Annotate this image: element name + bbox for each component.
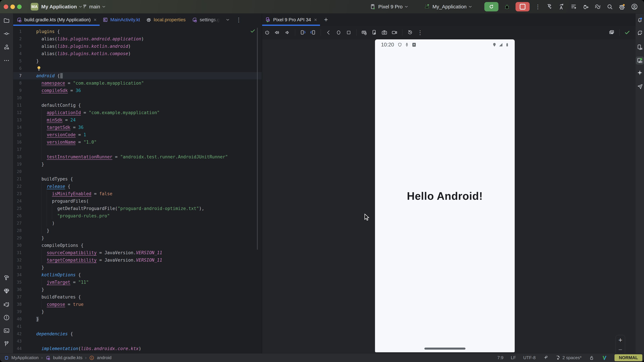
- code-line: 28 }: [13, 227, 262, 234]
- macos-fullscreen-button[interactable]: [17, 4, 22, 9]
- tab-local-properties[interactable]: local.properties: [143, 13, 189, 26]
- commit-tool-button[interactable]: [2, 30, 10, 38]
- volume-up-button[interactable]: [272, 30, 282, 35]
- project-selector[interactable]: My Application: [41, 0, 82, 13]
- macos-close-button[interactable]: [4, 4, 8, 9]
- line-number: 23: [13, 190, 22, 197]
- vim-mode-badge[interactable]: NORMAL: [614, 354, 642, 361]
- unlock-icon[interactable]: [589, 355, 594, 360]
- tab-pixel-9-pro[interactable]: Pixel 9 Pro API 34 ×: [262, 13, 320, 26]
- inspections-ok-icon[interactable]: [250, 28, 256, 34]
- more-actions-menu[interactable]: ⋮: [535, 4, 541, 9]
- line-number: 31: [13, 249, 22, 256]
- properties-gear-icon: [146, 17, 152, 22]
- gradle-tool-button[interactable]: [636, 29, 644, 37]
- rotate-right-button[interactable]: [308, 29, 318, 35]
- emulator-screen[interactable]: 10:20 A Hello Android!: [375, 39, 515, 352]
- tab-options-menu[interactable]: ⋮: [236, 17, 242, 23]
- device-manager-lines-icon[interactable]: [570, 3, 577, 10]
- indent-widget[interactable]: 2 spaces*: [556, 355, 582, 360]
- code-line: 8 namespace = "com.example.myapplication…: [13, 79, 262, 87]
- emulator-more-menu[interactable]: ⋮: [415, 30, 425, 35]
- home-button[interactable]: [334, 30, 344, 35]
- back-button[interactable]: [324, 30, 334, 35]
- intention-bulb-icon[interactable]: [37, 66, 41, 71]
- line-number: 14: [13, 124, 22, 131]
- breadcrumb-project[interactable]: MyApplication: [12, 355, 38, 360]
- problems-tool-button[interactable]: [2, 314, 10, 322]
- code-line: 5}: [13, 57, 262, 65]
- screenshot-inspect-button[interactable]: [606, 29, 617, 35]
- gesture-navigation-bar[interactable]: [424, 348, 466, 350]
- line-number: 17: [13, 146, 22, 153]
- running-devices-tab-bar: Pixel 9 Pro API 34 × +: [262, 13, 636, 26]
- breadcrumb-symbol[interactable]: android: [97, 355, 112, 360]
- gem-icon: [3, 288, 10, 294]
- logcat-tool-button[interactable]: [2, 301, 10, 309]
- tab-mainactivity[interactable]: MainActivity.kt: [100, 13, 143, 26]
- terminal-tool-button[interactable]: [2, 327, 10, 335]
- attach-debugger-icon[interactable]: [582, 3, 589, 10]
- device-settings-button[interactable]: [369, 29, 379, 35]
- version-control-tool-button[interactable]: [2, 340, 10, 348]
- close-tab-icon[interactable]: ×: [314, 17, 317, 23]
- settings-gear-icon[interactable]: [618, 3, 626, 10]
- running-devices-tool-button[interactable]: [636, 56, 644, 64]
- tab-build-gradle[interactable]: build.gradle.kts (My Application) ×: [13, 13, 100, 26]
- line-separator-widget[interactable]: LF: [511, 355, 516, 360]
- build-hammer-icon[interactable]: [546, 3, 553, 10]
- ideavim-icon[interactable]: [602, 355, 607, 361]
- hardware-input-button[interactable]: [359, 29, 369, 35]
- more-tool-windows-button[interactable]: [2, 56, 10, 64]
- app-quality-insights-button[interactable]: [2, 287, 10, 295]
- screenshot-button[interactable]: [379, 29, 390, 35]
- screen-record-button[interactable]: [390, 29, 400, 35]
- search-icon[interactable]: [606, 3, 613, 10]
- encoding-widget[interactable]: UTF-8: [523, 355, 536, 360]
- apply-code-changes-icon[interactable]: [558, 3, 565, 10]
- line-number: 41: [13, 323, 22, 330]
- notifications-button[interactable]: [636, 16, 644, 24]
- zoom-in-button[interactable]: +: [618, 337, 622, 344]
- gemini-tool-button[interactable]: [636, 69, 644, 76]
- line-number: 34: [13, 271, 22, 279]
- code-line: 4 alias(libs.plugins.kotlin.compose): [13, 50, 262, 57]
- releases-tool-button[interactable]: [636, 83, 644, 90]
- profile-avatar-icon[interactable]: [631, 3, 638, 10]
- device-manager-tool-button[interactable]: [636, 43, 644, 51]
- stop-button[interactable]: [516, 2, 530, 11]
- branch-selector[interactable]: main: [82, 0, 106, 13]
- line-number: 42: [13, 330, 22, 338]
- text-caret: [60, 73, 63, 78]
- code-line: 9 compileSdk = 36: [13, 87, 262, 94]
- line-number: 13: [13, 116, 22, 124]
- project-tool-button[interactable]: [2, 16, 10, 25]
- gemini-disabled-icon[interactable]: [543, 355, 548, 360]
- stop-icon: [520, 4, 526, 9]
- reset-button[interactable]: [405, 30, 415, 35]
- editor-scrollbar[interactable]: [257, 28, 258, 250]
- volume-down-button[interactable]: [282, 30, 292, 35]
- line-number: 1: [13, 28, 22, 35]
- zoom-out-button[interactable]: −: [618, 346, 622, 353]
- rotate-left-button[interactable]: [298, 29, 308, 35]
- structure-tool-button[interactable]: [2, 43, 10, 51]
- code-editor[interactable]: 1plugins {2 alias(libs.plugins.android.a…: [13, 26, 262, 353]
- overview-button[interactable]: [344, 30, 354, 35]
- virtual-device-icon: [265, 17, 271, 23]
- rerun-button[interactable]: [484, 2, 498, 11]
- sync-gradle-icon[interactable]: [594, 3, 601, 10]
- breadcrumb-file[interactable]: build.gradle.kts: [53, 355, 82, 360]
- tab-settings-gradle[interactable]: settings.g: [189, 13, 223, 26]
- code-line: 23 isMinifyEnabled = false: [13, 190, 262, 197]
- build-tool-button[interactable]: [2, 274, 10, 282]
- tab-list-dropdown-icon[interactable]: [226, 19, 230, 21]
- caret-position-widget[interactable]: 7:9: [498, 355, 504, 360]
- run-configuration-selector[interactable]: My_Application: [424, 3, 472, 10]
- macos-minimize-button[interactable]: [10, 4, 15, 9]
- new-device-tab-button[interactable]: +: [324, 16, 328, 23]
- close-tab-icon[interactable]: ×: [94, 17, 96, 23]
- device-selector[interactable]: Pixel 9 Pro: [370, 4, 408, 10]
- power-button[interactable]: [262, 30, 272, 35]
- debug-button[interactable]: [504, 3, 510, 10]
